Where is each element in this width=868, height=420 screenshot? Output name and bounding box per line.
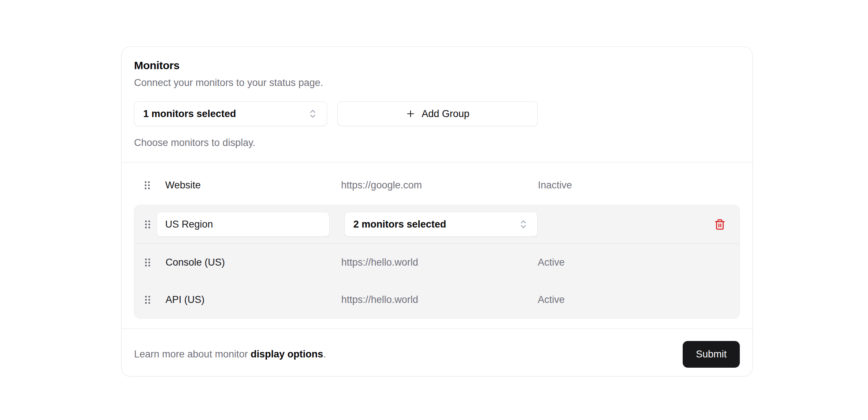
add-group-button[interactable]: Add Group [337, 101, 538, 126]
monitor-group: 2 monitors selected [134, 205, 740, 319]
monitors-card: Monitors Connect your monitors to your s… [121, 46, 753, 376]
card-header: Monitors Connect your monitors to your s… [122, 47, 752, 162]
display-options-link[interactable]: display options [251, 349, 323, 360]
footer-text-suffix: . [323, 349, 326, 360]
monitors-select[interactable]: 1 monitors selected [134, 101, 327, 126]
status-badge: Inactive [538, 180, 740, 191]
group-actions-cell [538, 217, 739, 232]
monitor-name: API (US) [166, 294, 205, 305]
status-badge: Active [538, 257, 739, 268]
grip-vertical-icon [144, 295, 151, 304]
chevrons-up-down-icon [308, 109, 318, 119]
group-name-input[interactable] [156, 212, 330, 237]
drag-handle[interactable] [144, 295, 151, 304]
monitor-name: Website [165, 180, 201, 191]
monitor-url: https://hello.world [336, 294, 538, 305]
monitor-name-cell: Website [134, 180, 336, 191]
card-footer: Learn more about monitor display options… [122, 329, 752, 376]
page-title: Monitors [134, 59, 740, 72]
grip-vertical-icon [144, 181, 151, 190]
monitor-url: https://hello.world [336, 257, 538, 268]
table-row: Website https://google.com Inactive [134, 170, 740, 200]
monitor-url: https://google.com [336, 180, 538, 191]
status-badge: Active [538, 294, 739, 305]
page-subtitle: Connect your monitors to your status pag… [134, 76, 740, 89]
drag-handle[interactable] [144, 258, 151, 267]
grip-vertical-icon [144, 258, 151, 267]
delete-group-button[interactable] [713, 217, 727, 232]
group-monitors-select-value: 2 monitors selected [353, 219, 446, 230]
chevrons-up-down-icon [518, 219, 528, 229]
monitors-select-value: 1 monitors selected [143, 108, 236, 120]
controls-row: 1 monitors selected Add Group [134, 101, 740, 126]
monitor-name-cell: API (US) [134, 294, 336, 305]
footer-text-prefix: Learn more about monitor [134, 349, 251, 360]
group-monitors-select[interactable]: 2 monitors selected [344, 212, 538, 237]
helper-text: Choose monitors to display. [134, 136, 740, 149]
footer-text: Learn more about monitor display options… [134, 349, 326, 360]
drag-handle[interactable] [144, 220, 151, 229]
submit-button[interactable]: Submit [683, 341, 740, 368]
drag-handle[interactable] [144, 181, 151, 190]
monitors-table: Website https://google.com Inactive 2 mo… [122, 162, 752, 329]
grip-vertical-icon [144, 220, 151, 229]
group-name-cell [134, 212, 336, 237]
trash-icon [714, 219, 726, 230]
table-row: API (US) https://hello.world Active [134, 281, 739, 318]
table-row: Console (US) https://hello.world Active [134, 244, 739, 281]
monitor-name-cell: Console (US) [134, 257, 336, 268]
monitor-name: Console (US) [166, 257, 225, 268]
add-group-label: Add Group [422, 108, 470, 120]
plus-icon [405, 109, 416, 119]
group-header-row: 2 monitors selected [134, 205, 739, 244]
